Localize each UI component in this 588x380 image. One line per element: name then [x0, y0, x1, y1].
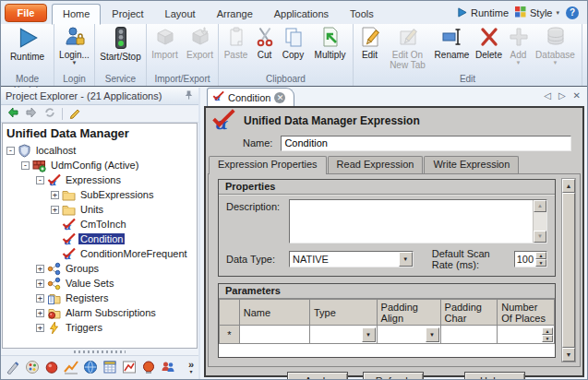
rename-button[interactable]: Rename	[432, 25, 473, 61]
spin-up-icon[interactable]: ▲	[535, 252, 546, 259]
delete-button[interactable]: Delete	[473, 25, 506, 61]
param-name-cell[interactable]	[239, 326, 309, 344]
style-button[interactable]: Style ▾	[515, 6, 559, 19]
tab-scroll-right-icon[interactable]: ▷	[558, 90, 566, 101]
database-button[interactable]: Database ▼	[532, 25, 580, 66]
alarm-orb-icon[interactable]	[44, 360, 59, 376]
expander-icon[interactable]: +	[51, 191, 59, 199]
param-padding-char-cell[interactable]	[440, 326, 498, 344]
add-button[interactable]: Add ▼	[506, 25, 532, 66]
ribbon-tab-tools[interactable]: Tools	[340, 5, 384, 24]
apply-button[interactable]: Apply	[287, 372, 348, 380]
file-button[interactable]: File	[5, 4, 47, 22]
column-header-padding-char[interactable]: Padding Char	[440, 300, 498, 326]
tree-item-subexpressions[interactable]: + SubExpressions	[3, 187, 197, 202]
globe-icon[interactable]	[83, 360, 98, 376]
worksheet-icon[interactable]	[102, 360, 117, 376]
expander-icon[interactable]: +	[36, 265, 44, 273]
document-tab-condition[interactable]: α Condition ✕	[207, 88, 294, 106]
expander-icon[interactable]: -	[6, 147, 15, 155]
tree-item-udmconfig[interactable]: - UdmConfig (Active)	[3, 158, 197, 172]
expander-icon[interactable]: +	[36, 309, 44, 317]
tab-read-expression[interactable]: Read Expression	[328, 156, 424, 173]
tab-expression-properties[interactable]: Expression Properties	[209, 156, 327, 174]
scroll-up-icon[interactable]: ▲	[562, 179, 575, 193]
param-padding-align-cell[interactable]: ▼	[377, 326, 440, 344]
expander-icon[interactable]: -	[21, 161, 30, 170]
overflow-chevron-icon[interactable]: » ▾	[188, 361, 194, 375]
tree-item-groups[interactable]: + Groups	[3, 261, 197, 276]
expander-icon[interactable]: +	[36, 294, 44, 303]
forward-icon[interactable]	[25, 106, 38, 121]
scroll-down-icon[interactable]: ▼	[562, 348, 575, 362]
tree-item-alarm-subscriptions[interactable]: + Alarm Subscriptions	[3, 305, 197, 320]
scrollbar-thumb[interactable]	[562, 193, 575, 348]
trend-icon[interactable]	[64, 360, 78, 376]
expander-icon[interactable]: +	[36, 279, 44, 288]
scroll-up-icon[interactable]: ▲	[534, 200, 546, 212]
color-picker-icon[interactable]	[25, 360, 40, 376]
splitter-grip[interactable]	[1, 349, 198, 355]
refresh-icon[interactable]	[43, 106, 56, 121]
cut-button[interactable]: Cut	[252, 25, 278, 61]
edit-on-new-tab-button[interactable]: Edit On New Tab	[384, 25, 432, 71]
runtime-button[interactable]: Runtime	[3, 25, 53, 63]
recipe-orb-icon[interactable]	[141, 360, 156, 376]
start-stop-button[interactable]: Start/Stop	[96, 25, 146, 63]
tree-item-registers[interactable]: + Registers	[3, 291, 197, 305]
back-icon[interactable]	[6, 106, 19, 121]
paste-button[interactable]: Paste	[221, 25, 252, 61]
tree-item-condition[interactable]: α Condition	[3, 232, 197, 246]
expander-icon[interactable]: -	[36, 176, 44, 184]
multiply-button[interactable]: Multiply	[309, 25, 352, 61]
scan-rate-spinner[interactable]: 100 ▲ ▼	[514, 251, 547, 267]
tree-item-triggers[interactable]: + Triggers	[3, 320, 197, 335]
help-button[interactable]: Help...	[464, 372, 525, 380]
import-button[interactable]: Import	[148, 25, 183, 61]
chevron-down-icon[interactable]: ▼	[399, 252, 413, 267]
name-input[interactable]	[281, 136, 571, 151]
data-type-select[interactable]: NATIVE ▼	[289, 251, 414, 267]
help-icon[interactable]: ?	[566, 6, 579, 19]
tab-close-icon[interactable]: ✕	[274, 92, 285, 103]
tab-scroll-left-icon[interactable]: ◁	[544, 90, 551, 101]
login-button[interactable]: Login... ▼	[55, 25, 94, 66]
tree-item-cmtoinch[interactable]: α CmToInch	[3, 217, 197, 232]
param-type-cell[interactable]: ▼	[309, 326, 377, 344]
page-scrollbar[interactable]: ▲ ▼	[561, 178, 576, 362]
new-parameter-row[interactable]: * ▼ ▼ ▲▼	[220, 326, 555, 344]
ribbon-tab-applications[interactable]: Applications	[264, 5, 339, 24]
column-header-name[interactable]: Name	[239, 300, 309, 326]
export-button[interactable]: Export	[183, 25, 218, 61]
tab-strip-close-icon[interactable]: ✕	[573, 90, 581, 101]
refresh-button[interactable]: Refresh	[363, 372, 424, 380]
expander-icon[interactable]: +	[51, 206, 59, 214]
tree-item-conditionmorefrequent[interactable]: α ConditionMoreFrequent	[3, 246, 197, 261]
tree-item-value-sets[interactable]: + Value Sets	[3, 276, 197, 291]
scroll-down-icon[interactable]: ▼	[534, 231, 546, 243]
spin-down-icon[interactable]: ▼	[535, 259, 546, 267]
tree-item-localhost[interactable]: - localhost	[3, 143, 197, 158]
param-number-of-places-cell[interactable]: ▲▼	[498, 326, 555, 344]
edit-pencil-icon[interactable]	[68, 106, 81, 121]
ribbon-tab-project[interactable]: Project	[102, 5, 153, 24]
edit-button[interactable]: Edit	[356, 25, 384, 61]
spin-up-icon[interactable]: ▲	[542, 327, 553, 335]
spin-down-icon[interactable]: ▼	[542, 335, 553, 342]
ribbon-tab-home[interactable]: Home	[52, 4, 101, 25]
chevron-down-icon[interactable]: ▼	[426, 327, 439, 342]
users-icon[interactable]	[161, 360, 175, 376]
copy-button[interactable]: Copy	[278, 25, 309, 61]
chart-icon[interactable]	[122, 360, 137, 376]
description-textarea[interactable]	[290, 200, 533, 243]
column-header-type[interactable]: Type	[309, 300, 377, 326]
column-header-padding-align[interactable]: Padding Align	[377, 300, 440, 326]
pen-tool-icon[interactable]	[6, 360, 20, 376]
pin-icon[interactable]	[184, 89, 194, 102]
expander-icon[interactable]: +	[36, 324, 44, 332]
column-header-number-of-places[interactable]: Number Of Places	[498, 300, 555, 326]
ribbon-tab-layout[interactable]: Layout	[155, 5, 206, 24]
tree-item-expressions[interactable]: - α Expressions	[3, 172, 197, 187]
description-field[interactable]: ▲ ▼	[289, 199, 547, 243]
description-scrollbar[interactable]: ▲ ▼	[533, 200, 546, 243]
